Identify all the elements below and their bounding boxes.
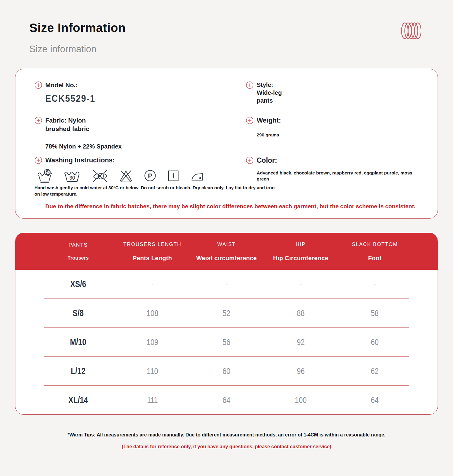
washing-section: Washing Instructions: 30	[34, 156, 246, 197]
value-cell: 52	[195, 308, 258, 318]
weight-value: 296 grams	[257, 132, 426, 137]
value-cell: -	[121, 280, 183, 289]
fabric-composition: 78% Nylon + 22% Spandex	[45, 143, 246, 150]
drip-dry-icon	[167, 169, 179, 182]
svg-text:30: 30	[69, 175, 75, 181]
size-cell: XS/6	[47, 279, 109, 289]
plus-icon	[34, 81, 42, 89]
size-cell: M/10	[47, 337, 109, 347]
plus-icon	[246, 156, 254, 164]
table-row: S/8108528858	[15, 299, 438, 327]
value-cell: 100	[269, 395, 332, 405]
model-label: Model No.:	[45, 81, 78, 89]
plus-icon	[246, 81, 254, 89]
page-title: Size Information	[29, 21, 453, 35]
color-value: Advanced black, chocolate brown, raspber…	[257, 170, 426, 182]
care-icons-row: 30 P	[37, 168, 246, 183]
column-header: WAISTWaist circumference	[189, 241, 264, 262]
color-label: Color:	[257, 156, 277, 165]
column-header: PANTSTrousers	[41, 242, 115, 261]
value-cell: 60	[344, 337, 406, 347]
value-cell: 64	[195, 395, 258, 405]
value-cell: 92	[269, 337, 332, 347]
value-cell: -	[344, 280, 406, 289]
value-cell: 64	[344, 395, 406, 405]
plus-icon	[34, 156, 42, 164]
column-header: HIPHip Circumference	[264, 241, 338, 262]
value-cell: 56	[195, 337, 258, 347]
dry-clean-p-icon: P	[144, 169, 156, 182]
table-row: XL/141116410064	[15, 386, 438, 414]
color-section: Color: Advanced black, chocolate brown, …	[246, 156, 426, 197]
value-cell: 96	[269, 366, 332, 376]
model-value: ECK5529-1	[45, 93, 246, 104]
warm-tips: *Warm Tips: All measurements are made ma…	[0, 432, 453, 438]
page-subtitle: Size information	[29, 44, 453, 55]
value-cell: 109	[121, 337, 183, 347]
page-header: Size Information Size information	[0, 0, 453, 55]
iron-low-icon	[190, 170, 205, 182]
plus-icon	[246, 117, 254, 124]
value-cell: 111	[121, 395, 183, 405]
reference-note: (The data is for reference only, if you …	[0, 444, 453, 449]
weight-label: Weight:	[257, 116, 281, 125]
value-cell: -	[269, 280, 332, 289]
plus-icon	[34, 117, 42, 124]
table-row: L/12110609662	[15, 357, 438, 385]
size-table-header: PANTSTrousersTROUSERS LENGTHPants Length…	[15, 233, 438, 270]
size-cell: L/12	[47, 366, 109, 376]
value-cell: 110	[121, 366, 183, 376]
do-not-wring-icon	[92, 169, 108, 183]
wash-30-icon: 30	[63, 169, 81, 183]
do-not-bleach-icon	[119, 169, 133, 182]
value-cell: 62	[344, 366, 406, 376]
fabric-section: Fabric: Nylon brushed fabric 78% Nylon +…	[34, 116, 246, 150]
value-cell: 108	[121, 308, 183, 318]
style-section: Style: Wide-leg pants	[246, 81, 426, 116]
size-cell: S/8	[47, 308, 109, 318]
washing-label: Washing Instructions:	[45, 156, 115, 165]
table-row: M/10109569260	[15, 328, 438, 356]
table-row: XS/6----	[15, 270, 438, 299]
coil-logo-icon	[401, 22, 421, 40]
column-header: TROUSERS LENGTHPants Length	[115, 241, 190, 262]
weight-section: Weight: 296 grams	[246, 116, 426, 156]
column-header: SLACK BOTTOMFoot	[338, 241, 412, 262]
svg-text:P: P	[148, 172, 153, 180]
fabric-label: Fabric: Nylon brushed fabric	[45, 116, 100, 133]
style-value: Wide-leg pants	[257, 89, 289, 104]
size-cell: XL/14	[47, 395, 109, 405]
value-cell: 58	[344, 308, 406, 318]
size-table-body: XS/6----S/8108528858M/10109569260L/12110…	[15, 270, 438, 414]
style-label: Style:	[257, 81, 289, 89]
hand-wash-icon	[37, 168, 53, 183]
size-table: PANTSTrousersTROUSERS LENGTHPants Length…	[15, 233, 438, 415]
washing-caption: Hand wash gently in cold water at 30°C o…	[34, 184, 281, 197]
model-section: Model No.: ECK5529-1	[34, 81, 246, 104]
value-cell: -	[195, 280, 258, 289]
product-info-box: Model No.: ECK5529-1 Style: Wide-leg pan…	[15, 69, 438, 219]
batch-note: Due to the difference in fabric batches,…	[34, 203, 426, 210]
value-cell: 60	[195, 366, 258, 376]
value-cell: 88	[269, 308, 332, 318]
